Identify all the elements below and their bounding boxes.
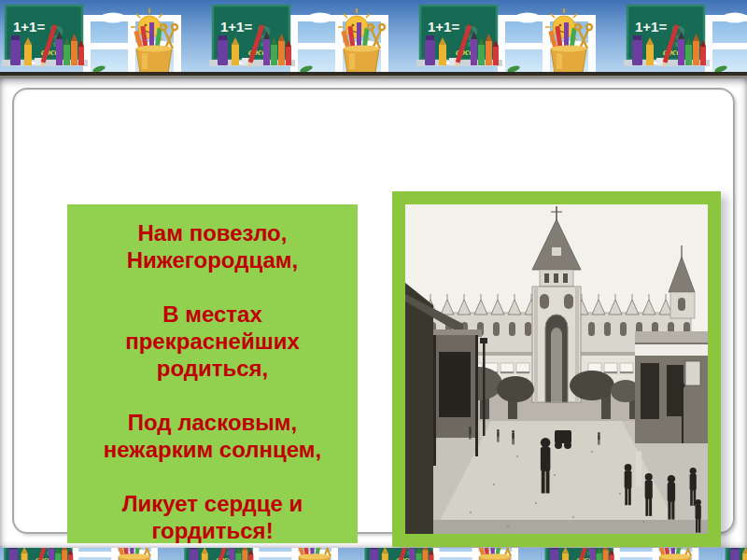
poem-line: Ликует сердце и — [67, 490, 358, 517]
chalkboard-formula: 1+1= — [13, 19, 45, 35]
poem-line: Нам повезло, — [67, 219, 358, 246]
decorative-border-top: ? 1+1= abcd — [0, 0, 747, 78]
right-stalls — [635, 331, 708, 443]
poem-stanza: Нам повезло, Нижегородцам, — [67, 219, 358, 273]
school-border-tile: ? 1+1= abcd — [207, 0, 415, 78]
poem-line: В местах — [67, 301, 358, 328]
poem-line: нежарким солнцем, — [67, 436, 358, 463]
poem-stanza: В местах прекраснейших родиться, — [67, 301, 358, 382]
poem-text: Нам повезло, Нижегородцам, В местах прек… — [67, 204, 358, 543]
cloud-icon — [308, 13, 332, 23]
cloud-icon — [515, 13, 540, 23]
poem-stanza: Ликует сердце и гордиться! — [67, 490, 358, 543]
school-border-tile: ? 1+1= abcd — [622, 0, 747, 78]
cloud-icon — [101, 13, 125, 23]
school-border-tile: ? 1+1= abcd — [722, 548, 747, 560]
chalkboard-formula: 1+1= — [635, 19, 667, 35]
school-border-tile: ? 1+1= abcd — [360, 548, 541, 560]
photo-frame — [392, 191, 721, 547]
decorative-border-bottom: ? 1+1= abcd — [0, 548, 747, 560]
poem-line: Под ласковым, — [67, 409, 358, 436]
poem-line: Нижегородцам, — [67, 246, 358, 273]
pencils-icon — [730, 548, 747, 560]
poem-line: прекраснейших — [67, 328, 358, 355]
school-border-tile: ? 1+1= abcd — [0, 548, 180, 560]
slide-content-area: Нам повезло, Нижегородцам, В местах прек… — [0, 78, 747, 548]
poem-stanza: Под ласковым, нежарким солнцем, — [67, 409, 358, 463]
school-border-tile: ? 1+1= abcd — [0, 0, 207, 78]
school-border-tile: ? 1+1= abcd — [180, 548, 360, 560]
chalkboard-formula: 1+1= — [428, 19, 459, 35]
chalkboard-formula: 1+1= — [220, 19, 252, 35]
historic-photo — [405, 204, 708, 534]
school-border-tile: ? 1+1= abcd — [541, 548, 721, 560]
slide-canvas: ? 1+1= abcd — [0, 0, 747, 560]
poem-line: родиться, — [67, 355, 358, 382]
poem-line: гордиться! — [67, 517, 358, 543]
poem-textbox: Нам повезло, Нижегородцам, В местах прек… — [67, 204, 358, 543]
cloud-icon — [723, 13, 747, 23]
school-border-tile: ? 1+1= abcd — [415, 0, 622, 78]
